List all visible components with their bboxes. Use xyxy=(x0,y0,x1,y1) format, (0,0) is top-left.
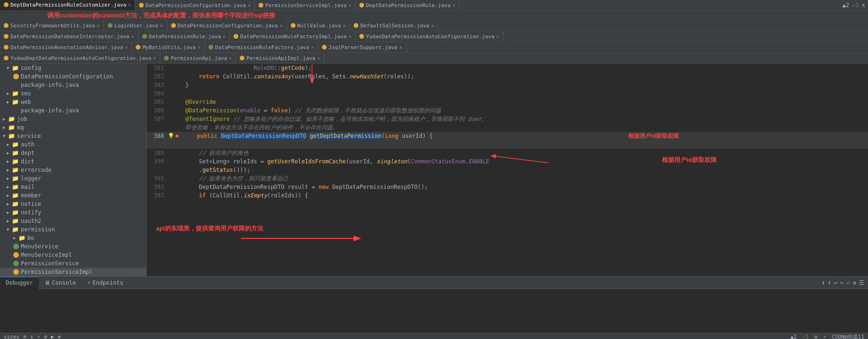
tab-close[interactable]: × xyxy=(496,34,499,39)
code-line-385: 385 @Override xyxy=(147,98,868,106)
sidebar-item-service[interactable]: ▼ 📁 service xyxy=(0,132,146,140)
code-editor[interactable]: 381 RoleDO::getCode); 382 return CollUti… xyxy=(147,64,868,276)
tab-close[interactable]: × xyxy=(431,23,434,28)
sidebar-label: dept xyxy=(21,150,35,156)
tab-icon-orange xyxy=(136,45,140,50)
tab-DataPermissionRuleFactoryImpl[interactable]: DataPermissionRuleFactoryImpl.java × xyxy=(230,31,356,42)
sidebar-item-package-info2[interactable]: package-info.java xyxy=(0,106,146,115)
tab-close[interactable]: × xyxy=(229,56,232,61)
sidebar-item-member[interactable]: ▶ 📁 member xyxy=(0,191,146,200)
tab-PermissionApi[interactable]: PermissionApi.java × xyxy=(160,53,236,63)
tab-PermissionApiImpl[interactable]: PermissionApiImpl.java × xyxy=(236,53,324,63)
sidebar-item-permission[interactable]: ▼ 📁 permission xyxy=(0,225,146,234)
sidebar-label: package-info.java xyxy=(21,82,79,88)
sidebar-item-logger[interactable]: ▶ 📁 logger xyxy=(0,174,146,183)
tab-close[interactable]: × xyxy=(128,2,131,8)
sidebar-label: MenuServiceImpl xyxy=(21,252,72,258)
sidebar-item-MenuServiceImpl[interactable]: MenuServiceImpl xyxy=(0,251,146,259)
tab-DataPermissionRule[interactable]: DataPermissionRule.java × xyxy=(139,31,230,42)
tab-icon-green xyxy=(164,56,169,60)
tab-close[interactable]: × xyxy=(153,56,156,61)
tab-SecurityFrameworkUtils[interactable]: SecurityFrameworkUtils.java × xyxy=(0,20,104,31)
bottom-tab-console[interactable]: 🖥 Console xyxy=(39,277,82,289)
bottom-toolbar-icon7[interactable]: ☰ xyxy=(859,280,864,286)
sidebar-item-notice[interactable]: ▶ 📁 notice xyxy=(0,200,146,208)
status-icon3[interactable]: ⚡ xyxy=(37,334,40,339)
tab-YudaoDataPermissionAutoConfiguration[interactable]: YudaoDataPermissionAutoConfiguration.jav… xyxy=(356,31,503,42)
sidebar-item-sms[interactable]: ▶ 📁 sms xyxy=(0,89,146,98)
bottom-toolbar-icon3[interactable]: ↩ xyxy=(834,280,837,286)
tab-close[interactable]: × xyxy=(317,56,320,61)
tab-DeptDataPermissionRuleCustomizer[interactable]: DeptDataPermissionRuleCustomizer.java × xyxy=(0,0,135,10)
expand-icon[interactable]: ∧ xyxy=(862,2,865,8)
sidebar-item-dept[interactable]: ▶ 📁 dept xyxy=(0,149,146,157)
status-icon4[interactable]: ⚙ xyxy=(44,334,47,339)
status-icon2[interactable]: ↕ xyxy=(30,334,34,339)
power-icon[interactable]: ⚡ xyxy=(823,334,826,339)
sidebar-item-package-info[interactable]: package-info.java xyxy=(0,81,146,89)
folder-icon: 📁 xyxy=(12,141,19,148)
bottom-toolbar-icon6[interactable]: ≡ xyxy=(853,280,856,286)
sidebar-item-notify[interactable]: ▶ 📁 notify xyxy=(0,208,146,217)
sidebar-item-mq[interactable]: ▶ 📁 mq xyxy=(0,123,146,132)
tab-DataPermissionRuleFactory[interactable]: DataPermissionRuleFactory.java × xyxy=(205,42,318,52)
sidebar-item-MenuService[interactable]: MenuService xyxy=(0,242,146,251)
sidebar-item-PermissionService[interactable]: PermissionService xyxy=(0,259,146,268)
sidebar-item-PermissionServiceImpl[interactable]: PermissionServiceImpl xyxy=(0,268,146,276)
tab-NullValue[interactable]: NullValue.java × xyxy=(287,20,350,31)
tab-LoginUser[interactable]: LoginUser.java × xyxy=(104,20,167,31)
status-icon1[interactable]: ≡ xyxy=(23,334,26,339)
tab-close[interactable]: × xyxy=(131,34,134,39)
sidebar-item-mail[interactable]: ▶ 📁 mail xyxy=(0,183,146,191)
tab-PermissionServiceImpl[interactable]: PermissionServiceImpl.java × xyxy=(255,0,356,10)
line-content: DeptDataPermissionRespDTO result = new D… xyxy=(168,183,868,191)
collapse-arrow-icon: ▶ xyxy=(7,219,10,223)
line-number: 393 xyxy=(147,191,168,200)
bottom-toolbar-icon2[interactable]: ⬇ xyxy=(828,280,831,286)
tab-close[interactable]: × xyxy=(160,23,163,28)
sidebar-item-config[interactable]: ▼ 📁 config xyxy=(0,64,146,72)
sidebar-item-auth[interactable]: ▶ 📁 auth xyxy=(0,140,146,149)
tab-icon-orange xyxy=(4,45,9,50)
tab-DataPermissionConfiguration[interactable]: DataPermissionConfiguration.java × xyxy=(135,0,255,10)
tab-DefaultSqlSession[interactable]: DefaultSqlSession.java × xyxy=(350,20,438,31)
tab-close[interactable]: × xyxy=(125,45,128,50)
tabs-container: DeptDataPermissionRuleCustomizer.java × … xyxy=(0,0,868,64)
tab-MyBatisUtils[interactable]: MyBatisUtils.java × xyxy=(132,42,205,52)
bottom-toolbar-icon4[interactable]: ↪ xyxy=(840,280,843,286)
sidebar-item-errorcode[interactable]: ▶ 📁 errorcode xyxy=(0,166,146,174)
tab-icon-orange xyxy=(354,23,358,28)
tab-DataPermissionDatabaseInterceptor[interactable]: DataPermissionDatabaseInterceptor.java × xyxy=(0,31,139,42)
tab-close[interactable]: × xyxy=(399,45,402,50)
tab-DataPermissionConfig2[interactable]: DataPermissionConfiguration.java × xyxy=(167,20,287,31)
tab-close[interactable]: × xyxy=(97,23,100,28)
tab-close[interactable]: × xyxy=(311,45,314,50)
bottom-toolbar-icon5[interactable]: ⏎ xyxy=(847,280,850,286)
tab-close[interactable]: × xyxy=(348,3,351,8)
bottom-tab-endpoints[interactable]: ⚡ Endpoints xyxy=(81,277,129,289)
settings-icon[interactable]: ⚙ xyxy=(814,334,817,339)
sidebar-item-bo[interactable]: ▶ 📁 bo xyxy=(0,234,146,242)
folder-icon: 📁 xyxy=(12,184,19,190)
sidebar-item-oauth2[interactable]: ▶ 📁 oauth2 xyxy=(0,217,146,225)
sidebar-item-dict[interactable]: ▶ 📁 dict xyxy=(0,157,146,166)
tab-DataPermissionAnnotationAdvisor[interactable]: DataPermissionAnnotationAdvisor.java × xyxy=(0,42,132,52)
sidebar-item-DataPermissionConfiguration[interactable]: DataPermissionConfiguration xyxy=(0,72,146,81)
sidebar-item-job[interactable]: ▶ 📁 job xyxy=(0,115,146,123)
tab-JsqlParserSupport[interactable]: JsqlParserSupport.java × xyxy=(318,42,407,52)
tab-DeptDataPermissionRule[interactable]: DeptDataPermissionRule.java × xyxy=(356,0,460,10)
tab-close[interactable]: × xyxy=(343,23,346,28)
tab-close[interactable]: × xyxy=(198,45,200,50)
tab-YudaoDeptDataPermissionAutoConfiguration[interactable]: YudaoDeptDataPermissionAutoConfiguration… xyxy=(0,53,160,63)
tab-close[interactable]: × xyxy=(280,23,283,28)
tab-close[interactable]: × xyxy=(348,34,351,39)
sidebar-item-web[interactable]: ▶ 📁 web xyxy=(0,98,146,106)
tab-close[interactable]: × xyxy=(248,3,251,8)
bottom-tab-debugger[interactable]: Debugger xyxy=(0,277,39,289)
code-line-388: 388 💡 ● public DeptDataPermissionRespDTO… xyxy=(147,132,868,149)
status-icon5[interactable]: ▶ xyxy=(51,334,54,339)
tab-close[interactable]: × xyxy=(452,3,455,8)
status-icon6[interactable]: ⊕ xyxy=(58,334,61,339)
tab-close[interactable]: × xyxy=(223,34,226,39)
bottom-toolbar-icon1[interactable]: ⬆ xyxy=(822,280,825,286)
